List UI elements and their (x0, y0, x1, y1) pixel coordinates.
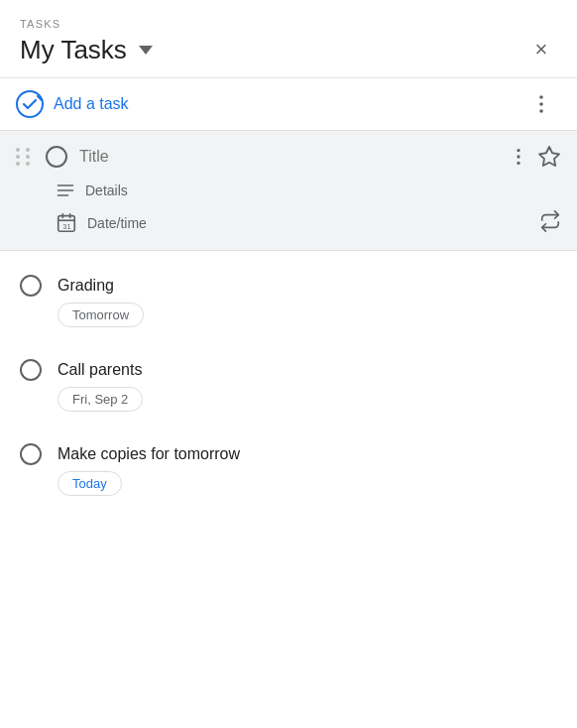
date-time-label: Date/time (87, 215, 147, 231)
svg-point-5 (517, 149, 519, 152)
task-complete-circle[interactable] (46, 146, 67, 168)
header-label: TASKS (20, 18, 557, 30)
toolbar: Add a task (0, 78, 577, 131)
svg-text:31: 31 (62, 222, 70, 231)
task-title-input[interactable] (79, 148, 496, 166)
header-title-row: My Tasks × (20, 34, 557, 65)
svg-point-4 (539, 109, 543, 113)
svg-point-0 (17, 91, 43, 117)
new-task-title-row (16, 145, 561, 169)
app-container: TASKS My Tasks × Add a task (0, 0, 577, 728)
chevron-down-icon[interactable] (139, 46, 153, 55)
task-date-badge[interactable]: Today (58, 471, 122, 496)
svg-marker-8 (539, 147, 559, 166)
task-row: Grading (20, 275, 557, 297)
new-task-details-row[interactable]: Details (16, 181, 561, 200)
svg-point-7 (517, 162, 519, 165)
task-name: Call parents (58, 361, 142, 379)
close-button[interactable]: × (525, 34, 557, 65)
task-name: Grading (58, 277, 114, 295)
details-label: Details (85, 182, 128, 198)
task-complete-circle[interactable] (20, 275, 42, 297)
toolbar-left: Add a task (16, 90, 129, 118)
svg-point-2 (539, 95, 543, 99)
task-date-badge[interactable]: Fri, Sep 2 (58, 387, 143, 412)
new-task-actions (508, 145, 561, 169)
repeat-icon[interactable] (539, 210, 561, 236)
list-item: Grading Tomorrow (0, 259, 577, 343)
task-list: Grading Tomorrow Call parents Fri, Sep 2… (0, 251, 577, 728)
task-row: Make copies for tomorrow (20, 443, 557, 465)
my-tasks-title: My Tasks (20, 35, 127, 65)
task-star-button[interactable] (537, 145, 561, 169)
drag-handle-icon (16, 148, 32, 166)
list-item: Call parents Fri, Sep 2 (0, 343, 577, 427)
new-task-date-row[interactable]: 31 Date/time (16, 210, 561, 236)
task-date-badge[interactable]: Tomorrow (58, 303, 144, 327)
new-task-area: Details 31 Date/time (0, 131, 577, 251)
svg-point-6 (517, 155, 519, 158)
task-more-options-button[interactable] (508, 146, 529, 168)
header: TASKS My Tasks × (0, 0, 577, 78)
date-time-icon: 31 (56, 212, 77, 234)
details-icon (56, 181, 75, 200)
task-row: Call parents (20, 359, 557, 381)
task-complete-circle[interactable] (20, 443, 42, 465)
add-task-icon[interactable] (16, 90, 44, 118)
list-item: Make copies for tomorrow Today (0, 427, 577, 512)
svg-point-3 (539, 102, 543, 106)
more-options-button[interactable] (525, 88, 557, 120)
task-complete-circle[interactable] (20, 359, 42, 381)
header-title-group: My Tasks (20, 35, 153, 65)
add-task-label[interactable]: Add a task (54, 95, 129, 113)
task-name: Make copies for tomorrow (58, 445, 240, 463)
